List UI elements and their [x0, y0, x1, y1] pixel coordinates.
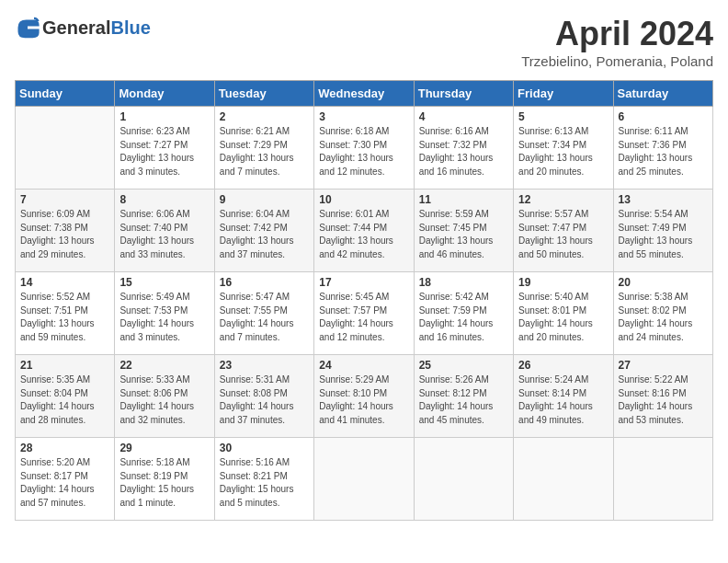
cell-info: Sunrise: 5:40 AM Sunset: 8:01 PM Dayligh…	[518, 291, 608, 344]
logo-icon	[15, 15, 40, 40]
cell-info: Sunrise: 5:59 AM Sunset: 7:45 PM Dayligh…	[419, 208, 508, 261]
calendar-cell: 9Sunrise: 6:04 AM Sunset: 7:42 PM Daylig…	[214, 190, 313, 272]
cell-info: Sunrise: 6:16 AM Sunset: 7:32 PM Dayligh…	[419, 125, 508, 178]
day-number: 22	[119, 359, 209, 372]
cell-info: Sunrise: 5:29 AM Sunset: 8:10 PM Dayligh…	[319, 373, 408, 427]
cell-info: Sunrise: 5:24 AM Sunset: 8:14 PM Dayligh…	[518, 373, 608, 427]
day-number: 19	[518, 276, 608, 289]
location-subtitle: Trzebielino, Pomerania, Poland	[521, 53, 713, 69]
day-number: 28	[20, 442, 109, 454]
cell-info: Sunrise: 6:04 AM Sunset: 7:42 PM Dayligh…	[220, 208, 309, 261]
day-number: 25	[419, 359, 508, 372]
day-number: 24	[319, 359, 408, 372]
day-number: 1	[119, 110, 209, 123]
cell-info: Sunrise: 5:18 AM Sunset: 8:19 PM Dayligh…	[119, 456, 209, 510]
cell-info: Sunrise: 5:20 AM Sunset: 8:17 PM Dayligh…	[20, 456, 109, 510]
calendar-cell: 13Sunrise: 5:54 AM Sunset: 7:49 PM Dayli…	[613, 190, 712, 272]
cell-info: Sunrise: 6:21 AM Sunset: 7:29 PM Dayligh…	[220, 125, 309, 178]
day-number: 2	[220, 110, 309, 123]
cell-info: Sunrise: 6:23 AM Sunset: 7:27 PM Dayligh…	[119, 125, 209, 178]
day-number: 20	[619, 276, 708, 289]
day-number: 13	[619, 193, 708, 206]
day-header-friday: Friday	[514, 81, 613, 107]
calendar-cell: 7Sunrise: 6:09 AM Sunset: 7:38 PM Daylig…	[16, 190, 115, 272]
calendar-cell: 18Sunrise: 5:42 AM Sunset: 7:59 PM Dayli…	[414, 272, 513, 355]
calendar-cell	[314, 438, 414, 521]
calendar-cell: 16Sunrise: 5:47 AM Sunset: 7:55 PM Dayli…	[214, 272, 313, 355]
cell-info: Sunrise: 5:38 AM Sunset: 8:02 PM Dayligh…	[619, 291, 708, 344]
cell-info: Sunrise: 5:45 AM Sunset: 7:57 PM Dayligh…	[319, 291, 408, 344]
day-number: 8	[119, 193, 209, 206]
calendar-cell	[16, 107, 115, 190]
month-title: April 2024	[521, 15, 713, 53]
calendar-cell	[414, 438, 513, 521]
calendar-cell: 15Sunrise: 5:49 AM Sunset: 7:53 PM Dayli…	[115, 272, 214, 355]
calendar-cell: 5Sunrise: 6:13 AM Sunset: 7:34 PM Daylig…	[514, 107, 613, 190]
day-number: 26	[518, 359, 608, 372]
day-number: 17	[319, 276, 408, 289]
cell-info: Sunrise: 5:54 AM Sunset: 7:49 PM Dayligh…	[619, 208, 708, 261]
day-number: 12	[518, 193, 608, 206]
calendar-table: SundayMondayTuesdayWednesdayThursdayFrid…	[15, 80, 713, 521]
calendar-cell: 8Sunrise: 6:06 AM Sunset: 7:40 PM Daylig…	[115, 190, 214, 272]
day-header-wednesday: Wednesday	[314, 81, 414, 107]
cell-info: Sunrise: 5:31 AM Sunset: 8:08 PM Dayligh…	[220, 373, 309, 427]
day-number: 9	[220, 193, 309, 206]
day-number: 27	[619, 359, 708, 372]
day-header-sunday: Sunday	[16, 81, 115, 107]
calendar-cell: 19Sunrise: 5:40 AM Sunset: 8:01 PM Dayli…	[514, 272, 613, 355]
day-header-thursday: Thursday	[414, 81, 513, 107]
day-number: 16	[220, 276, 309, 289]
calendar-cell: 20Sunrise: 5:38 AM Sunset: 8:02 PM Dayli…	[613, 272, 712, 355]
cell-info: Sunrise: 5:42 AM Sunset: 7:59 PM Dayligh…	[419, 291, 508, 344]
calendar-cell: 21Sunrise: 5:35 AM Sunset: 8:04 PM Dayli…	[16, 355, 115, 438]
cell-info: Sunrise: 5:33 AM Sunset: 8:06 PM Dayligh…	[119, 373, 209, 427]
calendar-cell: 1Sunrise: 6:23 AM Sunset: 7:27 PM Daylig…	[115, 107, 214, 190]
day-number: 7	[20, 193, 109, 206]
calendar-cell: 3Sunrise: 6:18 AM Sunset: 7:30 PM Daylig…	[314, 107, 414, 190]
day-header-saturday: Saturday	[613, 81, 712, 107]
calendar-cell: 29Sunrise: 5:18 AM Sunset: 8:19 PM Dayli…	[115, 438, 214, 521]
logo-text-blue: Blue	[110, 17, 150, 38]
day-number: 21	[20, 359, 109, 372]
day-header-tuesday: Tuesday	[214, 81, 313, 107]
calendar-cell: 30Sunrise: 5:16 AM Sunset: 8:21 PM Dayli…	[214, 438, 313, 521]
calendar-cell: 25Sunrise: 5:26 AM Sunset: 8:12 PM Dayli…	[414, 355, 513, 438]
calendar-cell: 2Sunrise: 6:21 AM Sunset: 7:29 PM Daylig…	[214, 107, 313, 190]
calendar-cell: 6Sunrise: 6:11 AM Sunset: 7:36 PM Daylig…	[613, 107, 712, 190]
calendar-cell: 28Sunrise: 5:20 AM Sunset: 8:17 PM Dayli…	[16, 438, 115, 521]
calendar-cell: 26Sunrise: 5:24 AM Sunset: 8:14 PM Dayli…	[514, 355, 613, 438]
cell-info: Sunrise: 6:01 AM Sunset: 7:44 PM Dayligh…	[319, 208, 408, 261]
calendar-cell: 24Sunrise: 5:29 AM Sunset: 8:10 PM Dayli…	[314, 355, 414, 438]
cell-info: Sunrise: 6:09 AM Sunset: 7:38 PM Dayligh…	[20, 208, 109, 261]
cell-info: Sunrise: 6:11 AM Sunset: 7:36 PM Dayligh…	[619, 125, 708, 178]
page-header: GeneralBlue April 2024 Trzebielino, Pome…	[15, 15, 713, 69]
day-number: 11	[419, 193, 508, 206]
calendar-cell: 11Sunrise: 5:59 AM Sunset: 7:45 PM Dayli…	[414, 190, 513, 272]
calendar-cell: 4Sunrise: 6:16 AM Sunset: 7:32 PM Daylig…	[414, 107, 513, 190]
calendar-cell	[514, 438, 613, 521]
cell-info: Sunrise: 5:49 AM Sunset: 7:53 PM Dayligh…	[119, 291, 209, 344]
day-number: 18	[419, 276, 508, 289]
logo: GeneralBlue	[15, 15, 151, 40]
week-row-2: 7Sunrise: 6:09 AM Sunset: 7:38 PM Daylig…	[16, 190, 713, 272]
day-number: 29	[119, 442, 209, 454]
day-number: 23	[220, 359, 309, 372]
day-number: 15	[119, 276, 209, 289]
day-number: 3	[319, 110, 408, 123]
logo-text-general: General	[42, 17, 110, 38]
week-row-4: 21Sunrise: 5:35 AM Sunset: 8:04 PM Dayli…	[16, 355, 713, 438]
calendar-cell	[613, 438, 712, 521]
cell-info: Sunrise: 5:35 AM Sunset: 8:04 PM Dayligh…	[20, 373, 109, 427]
week-row-1: 1Sunrise: 6:23 AM Sunset: 7:27 PM Daylig…	[16, 107, 713, 190]
calendar-cell: 27Sunrise: 5:22 AM Sunset: 8:16 PM Dayli…	[613, 355, 712, 438]
cell-info: Sunrise: 6:13 AM Sunset: 7:34 PM Dayligh…	[518, 125, 608, 178]
day-number: 14	[20, 276, 109, 289]
cell-info: Sunrise: 5:52 AM Sunset: 7:51 PM Dayligh…	[20, 291, 109, 344]
day-number: 5	[518, 110, 608, 123]
title-section: April 2024 Trzebielino, Pomerania, Polan…	[521, 15, 713, 69]
day-number: 4	[419, 110, 508, 123]
day-header-monday: Monday	[115, 81, 214, 107]
calendar-cell: 23Sunrise: 5:31 AM Sunset: 8:08 PM Dayli…	[214, 355, 313, 438]
calendar-cell: 22Sunrise: 5:33 AM Sunset: 8:06 PM Dayli…	[115, 355, 214, 438]
